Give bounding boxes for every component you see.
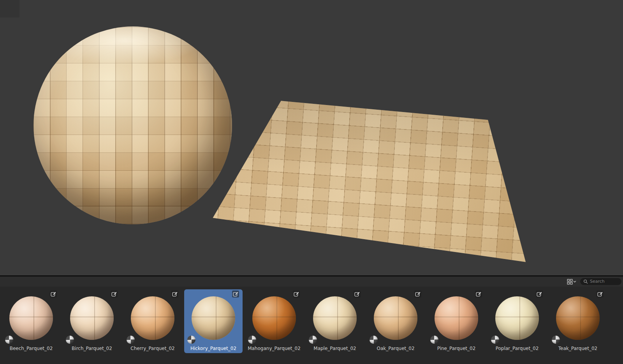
asset-label: Teak_Parquet_02 bbox=[549, 346, 607, 351]
asset-label: Oak_Parquet_02 bbox=[366, 346, 425, 351]
preview-sphere-object[interactable] bbox=[33, 26, 232, 224]
edit-asset-button[interactable] bbox=[536, 290, 543, 298]
pencil-icon bbox=[597, 291, 603, 297]
pencil-icon bbox=[537, 291, 542, 297]
asset-label: Poplar_Parquet_02 bbox=[488, 346, 546, 351]
chevron-down-icon bbox=[573, 280, 576, 283]
edit-asset-button[interactable] bbox=[171, 290, 178, 298]
material-icon bbox=[127, 336, 135, 344]
asset-tile[interactable]: Mahogany_Parquet_02 bbox=[245, 289, 303, 353]
edit-asset-button[interactable] bbox=[597, 290, 604, 298]
material-icon bbox=[491, 336, 499, 344]
edit-asset-button[interactable] bbox=[414, 290, 421, 298]
asset-tile[interactable]: Oak_Parquet_02 bbox=[366, 289, 425, 353]
pencil-icon bbox=[476, 291, 481, 297]
asset-tile[interactable]: Poplar_Parquet_02 bbox=[488, 289, 546, 353]
grid-display-icon bbox=[567, 279, 573, 285]
material-icon bbox=[552, 336, 560, 344]
asset-tile[interactable]: Maple_Parquet_02 bbox=[306, 289, 364, 353]
search-input[interactable]: Search bbox=[580, 278, 621, 285]
pencil-icon bbox=[111, 291, 117, 297]
asset-tile[interactable]: Hickory_Parquet_02 bbox=[184, 289, 243, 353]
pencil-icon bbox=[354, 291, 360, 297]
edit-asset-button[interactable] bbox=[293, 290, 300, 298]
asset-label: Pine_Parquet_02 bbox=[427, 346, 486, 351]
material-preview-sphere bbox=[252, 296, 296, 340]
pencil-icon bbox=[172, 291, 178, 297]
material-preview-sphere bbox=[374, 296, 417, 340]
material-preview-sphere bbox=[9, 296, 53, 340]
asset-browser-header: Search bbox=[0, 276, 623, 287]
asset-tile[interactable]: Teak_Parquet_02 bbox=[549, 289, 607, 353]
edit-asset-button[interactable] bbox=[232, 290, 239, 298]
viewport-corner bbox=[0, 0, 19, 18]
material-icon bbox=[430, 336, 438, 344]
search-placeholder: Search bbox=[590, 278, 605, 285]
asset-grid: Beech_Parquet_02 Birch_Parquet_02 bbox=[0, 287, 623, 353]
material-preview-sphere bbox=[131, 296, 174, 340]
asset-label: Birch_Parquet_02 bbox=[63, 346, 121, 351]
edit-asset-button[interactable] bbox=[50, 290, 57, 298]
material-icon bbox=[370, 336, 378, 344]
material-preview-sphere bbox=[495, 296, 539, 340]
pencil-icon bbox=[233, 291, 238, 297]
pencil-icon bbox=[294, 291, 299, 297]
material-icon bbox=[309, 336, 317, 344]
edit-asset-button[interactable] bbox=[111, 290, 118, 298]
asset-tile[interactable]: Pine_Parquet_02 bbox=[427, 289, 486, 353]
material-preview-sphere bbox=[556, 296, 600, 340]
pencil-icon bbox=[51, 291, 56, 297]
asset-tile[interactable]: Birch_Parquet_02 bbox=[63, 289, 121, 353]
asset-label: Beech_Parquet_02 bbox=[2, 346, 60, 351]
edit-asset-button[interactable] bbox=[475, 290, 482, 298]
material-icon bbox=[248, 336, 256, 344]
viewport-3d[interactable] bbox=[0, 0, 623, 275]
asset-label: Cherry_Parquet_02 bbox=[123, 346, 182, 351]
material-preview-sphere bbox=[70, 296, 114, 340]
edit-asset-button[interactable] bbox=[354, 290, 361, 298]
display-mode-button[interactable] bbox=[566, 278, 577, 285]
asset-label: Maple_Parquet_02 bbox=[306, 346, 364, 351]
asset-browser: Beech_Parquet_02 Birch_Parquet_02 bbox=[0, 287, 623, 364]
material-preview-sphere bbox=[192, 296, 235, 340]
material-preview-sphere bbox=[435, 296, 478, 340]
material-preview-sphere bbox=[313, 296, 357, 340]
search-icon bbox=[583, 279, 588, 284]
material-icon bbox=[5, 336, 13, 344]
preview-plane-object[interactable] bbox=[210, 99, 528, 264]
material-icon bbox=[66, 336, 74, 344]
asset-label: Hickory_Parquet_02 bbox=[184, 346, 243, 351]
material-icon bbox=[187, 336, 195, 344]
asset-tile[interactable]: Beech_Parquet_02 bbox=[2, 289, 60, 353]
asset-tile[interactable]: Cherry_Parquet_02 bbox=[123, 289, 182, 353]
asset-label: Mahogany_Parquet_02 bbox=[245, 346, 303, 351]
pencil-icon bbox=[415, 291, 421, 297]
